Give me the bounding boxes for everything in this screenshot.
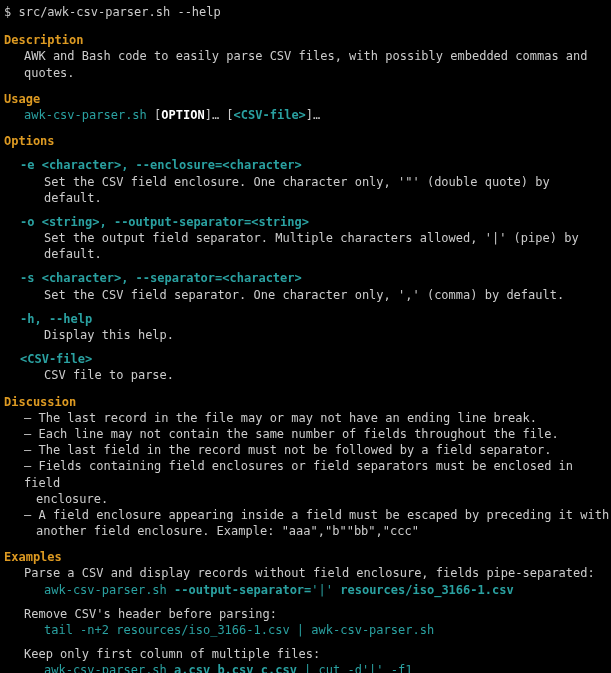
ex3-desc: Keep only first column of multiple files…: [0, 646, 611, 662]
ex2-desc: Remove CSV's header before parsing:: [0, 606, 611, 622]
usage-line: awk-csv-parser.sh [OPTION]… [<CSV-file>]…: [0, 107, 611, 123]
section-discussion-title: Discussion: [0, 394, 611, 410]
ex1-cmd: awk-csv-parser.sh --output-separator='|'…: [0, 582, 611, 598]
description-text: AWK and Bash code to easily parse CSV fi…: [0, 48, 611, 80]
ex3-cmd-a: awk-csv-parser.sh: [44, 663, 174, 673]
option-o: -o <string>, --output-separator=<string>: [0, 214, 611, 230]
discussion-b1: – The last record in the file may or may…: [0, 410, 611, 426]
discussion-b4a: – Fields containing field enclosures or …: [0, 458, 611, 490]
ex3-cmd: awk-csv-parser.sh a.csv b.csv c.csv | cu…: [0, 662, 611, 673]
option-o-flags: -o <string>, --output-separator=<string>: [20, 215, 309, 229]
ex3-cmd-c: | cut -d'|' -f1: [297, 663, 413, 673]
ex1-cmd-a: awk-csv-parser.sh: [44, 583, 174, 597]
option-s-desc: Set the CSV field separator. One charact…: [0, 287, 611, 303]
discussion-b2: – Each line may not contain the same num…: [0, 426, 611, 442]
option-h-desc: Display this help.: [0, 327, 611, 343]
option-s-flags: -s <character>, --separator=<character>: [20, 271, 302, 285]
option-o-desc: Set the output field separator. Multiple…: [0, 230, 611, 262]
usage-opt-word: OPTION: [161, 108, 204, 122]
discussion-b5a: – A field enclosure appearing inside a f…: [0, 507, 611, 523]
option-file-desc: CSV file to parse.: [0, 367, 611, 383]
option-file: <CSV-file>: [0, 351, 611, 367]
section-options-title: Options: [0, 133, 611, 149]
typed-command: src/awk-csv-parser.sh --help: [18, 5, 220, 19]
option-file-flags: <CSV-file>: [20, 352, 92, 366]
option-h-flags: -h, --help: [20, 312, 92, 326]
section-usage-title: Usage: [0, 91, 611, 107]
command-line: $ src/awk-csv-parser.sh --help: [0, 4, 611, 20]
ex1-cmd-c: '|': [311, 583, 340, 597]
usage-cmd: awk-csv-parser.sh: [24, 108, 147, 122]
ex1-desc: Parse a CSV and display records without …: [0, 565, 611, 581]
ex2-cmd: tail -n+2 resources/iso_3166-1.csv | awk…: [0, 622, 611, 638]
section-examples-title: Examples: [0, 549, 611, 565]
usage-opt-close: ]…: [205, 108, 219, 122]
discussion-b5b: another field enclosure. Example: "aaa",…: [0, 523, 611, 539]
ex2-cmd-text: tail -n+2 resources/iso_3166-1.csv | awk…: [44, 623, 434, 637]
option-h: -h, --help: [0, 311, 611, 327]
ex3-cmd-b: a.csv b.csv c.csv: [174, 663, 297, 673]
ex1-cmd-b: --output-separator=: [174, 583, 311, 597]
discussion-b4b: enclosure.: [0, 491, 611, 507]
section-description-title: Description: [0, 32, 611, 48]
shell-prompt: $: [4, 5, 11, 19]
usage-file-open: [: [226, 108, 233, 122]
terminal-output: $ src/awk-csv-parser.sh --help Descripti…: [0, 0, 611, 673]
discussion-b3: – The last field in the record must not …: [0, 442, 611, 458]
option-e-desc: Set the CSV field enclosure. One charact…: [0, 174, 611, 206]
usage-file-close: ]…: [306, 108, 320, 122]
option-e: -e <character>, --enclosure=<character>: [0, 157, 611, 173]
option-s: -s <character>, --separator=<character>: [0, 270, 611, 286]
option-e-flags: -e <character>, --enclosure=<character>: [20, 158, 302, 172]
ex1-cmd-d: resources/iso_3166-1.csv: [340, 583, 513, 597]
usage-file-word: <CSV-file>: [234, 108, 306, 122]
